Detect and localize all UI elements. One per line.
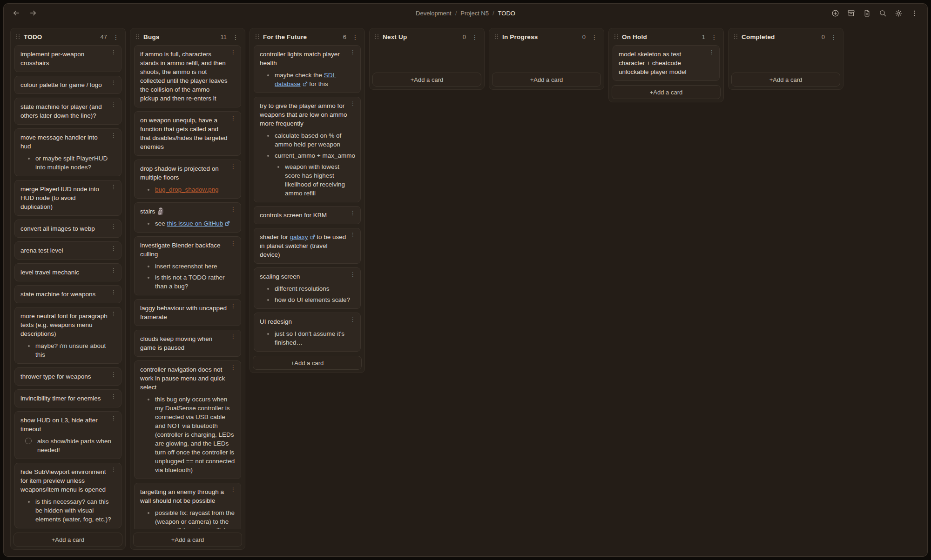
card-menu-icon[interactable]: ⋮ xyxy=(111,415,116,421)
card-menu-icon[interactable]: ⋮ xyxy=(111,246,116,251)
card-menu-icon[interactable]: ⋮ xyxy=(230,164,236,169)
card-menu-icon[interactable]: ⋮ xyxy=(111,224,116,229)
card-menu-icon[interactable]: ⋮ xyxy=(350,49,356,55)
card-menu-icon[interactable]: ⋮ xyxy=(350,317,356,322)
card-menu-icon[interactable]: ⋮ xyxy=(111,467,116,473)
card-menu-icon[interactable]: ⋮ xyxy=(230,207,236,212)
card-menu-icon[interactable]: ⋮ xyxy=(230,303,236,309)
card[interactable]: state machine for weapons⋮ xyxy=(14,285,121,303)
card-note-item: possible fix: raycast from the (weapon o… xyxy=(145,508,236,529)
column-menu-icon[interactable]: ⋮ xyxy=(470,34,479,40)
card[interactable]: merge PlayerHUD node into HUD node (to a… xyxy=(14,180,121,216)
card-link[interactable]: bug_drop_shadow.png xyxy=(155,186,219,193)
card-link[interactable]: this issue on GitHub xyxy=(167,220,230,227)
card[interactable]: if ammo is full, characters stands in am… xyxy=(134,45,241,107)
archive-icon[interactable] xyxy=(845,7,857,19)
card[interactable]: stairs 🗿⋮see this issue on GitHub xyxy=(134,202,241,233)
card-menu-icon[interactable]: ⋮ xyxy=(111,393,116,399)
card[interactable]: laggy behaviour with uncapped framerate⋮ xyxy=(134,299,241,326)
card[interactable]: controller navigation does not work in p… xyxy=(134,360,241,479)
card-menu-icon[interactable]: ⋮ xyxy=(111,267,116,273)
card-menu-icon[interactable]: ⋮ xyxy=(111,372,116,377)
column-menu-icon[interactable]: ⋮ xyxy=(351,34,360,40)
column-menu-icon[interactable]: ⋮ xyxy=(829,34,838,40)
card[interactable]: controller lights match player health⋮ma… xyxy=(254,45,361,93)
card[interactable]: state machine for player (and others lat… xyxy=(14,98,121,125)
card-menu-icon[interactable]: ⋮ xyxy=(350,210,356,216)
drag-handle-icon[interactable] xyxy=(495,34,498,40)
card-title: model skeleton as test character + cheat… xyxy=(619,50,715,76)
checkbox-circle[interactable] xyxy=(25,438,32,444)
column-menu-icon[interactable]: ⋮ xyxy=(709,34,719,40)
card[interactable]: hide SubViewport environment for item pr… xyxy=(14,463,121,528)
forward-button[interactable] xyxy=(28,8,38,18)
card-menu-icon[interactable]: ⋮ xyxy=(709,49,715,55)
card-menu-icon[interactable]: ⋮ xyxy=(111,289,116,295)
card[interactable]: invincibility timer for enemies⋮ xyxy=(14,389,121,407)
card-menu-icon[interactable]: ⋮ xyxy=(230,49,236,55)
card[interactable]: show HUD on L3, hide after timeout⋮also … xyxy=(14,411,121,459)
add-card-button[interactable]: +Add a card xyxy=(612,85,721,99)
drag-handle-icon[interactable] xyxy=(136,34,139,40)
column-menu-icon[interactable]: ⋮ xyxy=(111,34,121,40)
more-icon[interactable] xyxy=(909,7,920,19)
add-card-button[interactable]: +Add a card xyxy=(492,73,601,87)
card-menu-icon[interactable]: ⋮ xyxy=(350,101,356,107)
card-menu-icon[interactable]: ⋮ xyxy=(230,487,236,493)
text-segment: shader for xyxy=(260,233,290,240)
card-menu-icon[interactable]: ⋮ xyxy=(111,184,116,190)
card[interactable]: thrower type for weapons⋮ xyxy=(14,367,121,386)
card-menu-icon[interactable]: ⋮ xyxy=(111,311,116,317)
card-menu-icon[interactable]: ⋮ xyxy=(111,49,116,55)
column-menu-icon[interactable]: ⋮ xyxy=(590,34,599,40)
card-menu-icon[interactable]: ⋮ xyxy=(230,334,236,340)
card-menu-icon[interactable]: ⋮ xyxy=(111,133,116,138)
add-card-button[interactable]: +Add a card xyxy=(253,356,362,370)
card[interactable]: targetting an enemy through a wall shoul… xyxy=(134,483,241,529)
card[interactable]: model skeleton as test character + cheat… xyxy=(613,45,720,81)
add-card-button[interactable]: +Add a card xyxy=(372,73,481,87)
document-icon[interactable] xyxy=(861,7,872,19)
card[interactable]: UI redesign⋮just so I don't assume it's … xyxy=(254,313,361,352)
card-menu-icon[interactable]: ⋮ xyxy=(230,240,236,246)
drag-handle-icon[interactable] xyxy=(375,34,378,40)
card-title: invincibility timer for enemies xyxy=(20,394,116,403)
card[interactable]: investigate Blender backface culling⋮ins… xyxy=(134,236,241,295)
drag-handle-icon[interactable] xyxy=(734,34,737,40)
breadcrumb-development[interactable]: Development xyxy=(416,10,452,17)
card[interactable]: on weapon unequip, have a function that … xyxy=(134,111,241,156)
drag-handle-icon[interactable] xyxy=(256,34,259,40)
new-card-icon[interactable] xyxy=(830,7,841,19)
settings-icon[interactable] xyxy=(893,7,904,19)
card[interactable]: drop shadow is projected on multiple flo… xyxy=(134,160,241,199)
card[interactable]: clouds keep moving when game is paused⋮ xyxy=(134,330,241,357)
drag-handle-icon[interactable] xyxy=(16,34,20,40)
card[interactable]: move message handler into hud⋮or maybe s… xyxy=(14,128,121,176)
add-card-button[interactable]: +Add a card xyxy=(731,73,840,87)
card-menu-icon[interactable]: ⋮ xyxy=(230,115,236,121)
card[interactable]: colour palette for game / logo⋮ xyxy=(14,76,121,94)
back-button[interactable] xyxy=(11,8,21,18)
card[interactable]: shader for galaxy to be used in planet s… xyxy=(254,228,361,264)
card[interactable]: scaling screen⋮different resolutionshow … xyxy=(254,267,361,309)
add-card-button[interactable]: +Add a card xyxy=(13,533,122,547)
add-card-button[interactable]: +Add a card xyxy=(133,533,242,547)
card-menu-icon[interactable]: ⋮ xyxy=(350,272,356,277)
card[interactable]: more neutral font for paragraph texts (e… xyxy=(14,307,121,364)
card[interactable]: convert all images to webp⋮ xyxy=(14,220,121,238)
card[interactable]: arena test level⋮ xyxy=(14,241,121,260)
card-menu-icon[interactable]: ⋮ xyxy=(111,102,116,107)
search-icon[interactable] xyxy=(877,7,888,19)
card-menu-icon[interactable]: ⋮ xyxy=(350,232,356,238)
card[interactable]: controls screen for KBM⋮ xyxy=(254,206,361,224)
card[interactable]: level travel mechanic⋮ xyxy=(14,263,121,281)
bullet-dot-icon xyxy=(148,189,149,191)
card-link[interactable]: galaxy xyxy=(290,233,315,240)
breadcrumb-project-n5[interactable]: Project N5 xyxy=(460,10,489,17)
card-menu-icon[interactable]: ⋮ xyxy=(230,365,236,370)
card[interactable]: implement per-weapon crosshairs⋮ xyxy=(14,45,121,72)
drag-handle-icon[interactable] xyxy=(614,34,618,40)
card-menu-icon[interactable]: ⋮ xyxy=(111,80,116,86)
card[interactable]: try to give the player ammo for weapons … xyxy=(254,97,361,202)
column-menu-icon[interactable]: ⋮ xyxy=(231,34,240,40)
